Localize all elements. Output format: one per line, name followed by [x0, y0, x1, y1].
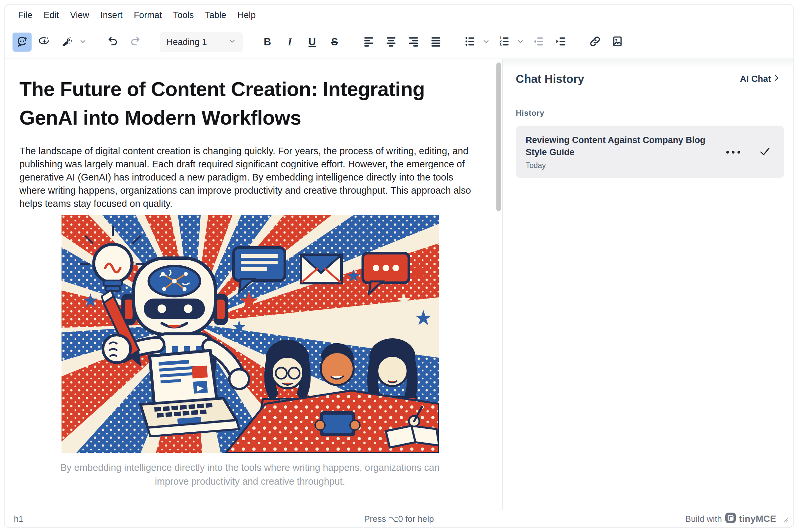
history-item-date: Today [526, 161, 726, 170]
menu-file[interactable]: File [13, 8, 38, 22]
help-hint: Press ⌥0 for help [5, 514, 793, 524]
ai-chat-button[interactable] [13, 33, 32, 52]
italic-button[interactable]: I [280, 33, 299, 52]
align-right-icon [407, 35, 420, 49]
strikethrough-icon: S [331, 36, 338, 48]
ai-shortcuts-button[interactable] [35, 33, 54, 52]
tinymce-logo-icon [725, 513, 736, 526]
envelope [301, 255, 341, 283]
bullet-list-dropdown[interactable] [481, 33, 491, 52]
block-format-value: Heading 1 [166, 37, 207, 48]
toolbar-group-ai [13, 33, 88, 52]
underline-icon: U [309, 36, 316, 48]
ai-chat-icon [16, 35, 28, 49]
chevron-down-icon [482, 37, 490, 47]
indent-icon [555, 35, 567, 49]
align-left-button[interactable] [359, 33, 378, 52]
italic-icon: I [288, 36, 292, 48]
menu-format[interactable]: Format [128, 8, 168, 22]
editor-scrollbar[interactable] [495, 59, 502, 510]
menu-edit[interactable]: Edit [38, 8, 65, 22]
outdent-button[interactable] [529, 33, 548, 52]
ai-chat-link-label: AI Chat [740, 74, 772, 84]
history-item[interactable]: Reviewing Content Against Company Blog S… [516, 126, 784, 178]
toolbar: Heading 1 B I U S [5, 26, 793, 59]
menu-insert[interactable]: Insert [95, 8, 128, 22]
align-left-icon [363, 35, 375, 49]
undo-icon [107, 35, 119, 49]
redo-icon [129, 35, 142, 49]
ai-chat-link[interactable]: AI Chat [740, 74, 781, 84]
menu-bar: File Edit View Insert Format Tools Table… [5, 5, 793, 26]
ai-rewrite-button[interactable] [57, 33, 76, 52]
editor-app: File Edit View Insert Format Tools Table… [4, 4, 794, 528]
image-caption: By embedding intelligence directly into … [48, 461, 452, 488]
bullet-list-icon [464, 35, 476, 49]
bold-button[interactable]: B [258, 33, 277, 52]
chat-header: Chat History AI Chat [503, 59, 793, 97]
undo-button[interactable] [103, 33, 122, 52]
chevron-down-icon [79, 37, 87, 47]
menu-help[interactable]: Help [232, 8, 261, 22]
image-button[interactable] [608, 33, 627, 52]
toolbar-group-align [359, 33, 445, 52]
history-item-title: Reviewing Content Against Company Blog S… [526, 134, 710, 158]
chevron-down-icon [516, 37, 524, 47]
editor-content[interactable]: The Future of Content Creation: Integrat… [5, 59, 495, 510]
checkmark-icon[interactable] [759, 145, 771, 159]
document-paragraph: The landscape of digital content creatio… [19, 144, 481, 210]
strikethrough-button[interactable]: S [325, 33, 344, 52]
chevron-right-icon [772, 74, 781, 84]
menu-table[interactable]: Table [199, 8, 232, 22]
menu-tools[interactable]: Tools [167, 8, 199, 22]
align-center-button[interactable] [382, 33, 401, 52]
more-options-icon[interactable] [726, 151, 740, 154]
link-icon [589, 35, 601, 49]
align-right-button[interactable] [404, 33, 423, 52]
chat-history-panel: Chat History AI Chat History Reviewing C… [503, 59, 793, 510]
chevron-down-icon [228, 37, 236, 48]
redo-button[interactable] [126, 33, 145, 52]
ai-shortcuts-icon [38, 35, 51, 49]
toolbar-group-format: Heading 1 [160, 32, 243, 52]
brand-name: tinyMCE [739, 514, 776, 524]
underline-button[interactable]: U [303, 33, 322, 52]
menu-view[interactable]: View [64, 8, 95, 22]
justify-button[interactable] [426, 33, 445, 52]
scrollbar-thumb[interactable] [496, 62, 501, 211]
tablet [315, 411, 360, 436]
numbered-list-icon: 123 [498, 35, 511, 49]
link-button[interactable] [586, 33, 605, 52]
svg-text:3: 3 [500, 43, 502, 47]
block-format-select[interactable]: Heading 1 [160, 32, 243, 52]
document-figure: By embedding intelligence directly into … [19, 215, 481, 488]
history-section: History Reviewing Content Against Compan… [503, 97, 793, 178]
status-bar: h1 Press ⌥0 for help Build with tinyMCE [5, 510, 793, 527]
bullet-list-button[interactable] [461, 33, 480, 52]
image-icon [611, 35, 624, 49]
numbered-list-dropdown[interactable] [515, 33, 526, 52]
history-label: History [516, 109, 784, 118]
justify-icon [430, 35, 442, 49]
align-center-icon [385, 35, 397, 49]
toolbar-group-insert [586, 33, 627, 52]
brand-prefix: Build with [685, 514, 722, 524]
numbered-list-button[interactable]: 123 [495, 33, 514, 52]
ai-rewrite-dropdown[interactable] [78, 33, 88, 52]
magic-wand-icon [60, 35, 73, 49]
document-heading: The Future of Content Creation: Integrat… [19, 75, 474, 132]
resize-handle-icon[interactable] [780, 514, 788, 525]
chat-panel-title: Chat History [516, 72, 584, 86]
outdent-icon [532, 35, 545, 49]
indent-button[interactable] [551, 33, 570, 52]
document-illustration[interactable] [61, 215, 439, 453]
toolbar-group-inline: B I U S [258, 33, 344, 52]
toolbar-group-lists: 123 [461, 33, 570, 52]
bold-icon: B [264, 36, 271, 48]
toolbar-group-history [103, 33, 145, 52]
